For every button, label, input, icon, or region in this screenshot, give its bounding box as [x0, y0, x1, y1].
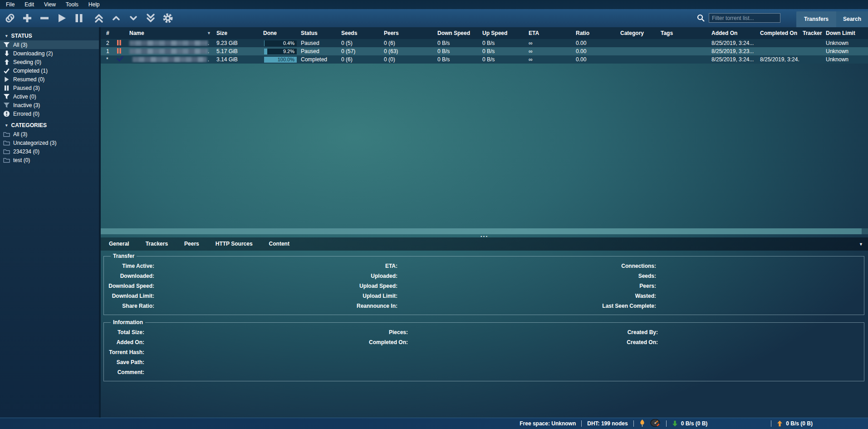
col-header-completed-on[interactable]: Completed On — [757, 30, 799, 36]
filter-torrent-input[interactable] — [709, 13, 780, 23]
upload-limit-label: Upload Limit: — [352, 293, 397, 299]
sidebar-item-label: Resumed (0) — [13, 76, 44, 83]
information-section-title: Information — [111, 319, 145, 325]
menu-help[interactable]: Help — [83, 0, 105, 9]
cell-seeds: 0 (6) — [338, 56, 381, 63]
cell-size: 3.14 GiB — [213, 56, 260, 63]
col-header-tags[interactable]: Tags — [657, 30, 708, 36]
sidebar-item-completed[interactable]: Completed (1) — [0, 66, 99, 75]
upload-speed-label: Upload Speed: — [352, 283, 397, 289]
pieces-label: Pieces: — [352, 329, 408, 335]
sort-desc-icon: ▼ — [207, 31, 211, 35]
col-header-done[interactable]: Done — [260, 30, 298, 36]
cell-eta: ∞ — [525, 48, 573, 54]
torrent-table-header: # Name ▼ Size Done Status Seeds Peers Do… — [101, 27, 868, 39]
tab-transfers[interactable]: Transfers — [796, 11, 836, 27]
cell-down-limit: Unknown — [823, 56, 868, 63]
tab-http-sources[interactable]: HTTP Sources — [207, 237, 261, 251]
col-header-eta[interactable]: ETA — [525, 30, 573, 36]
category-item-234234[interactable]: 234234 (0) — [0, 147, 99, 156]
col-header-status[interactable]: Status — [298, 30, 338, 36]
col-header-name[interactable]: Name ▼ — [126, 30, 213, 36]
cell-seeds: 0 (5) — [338, 40, 381, 46]
statusbar-separator — [771, 420, 771, 427]
sidebar-item-paused[interactable]: Paused (3) — [0, 84, 99, 92]
connections-label: Connections: — [593, 263, 656, 269]
sidebar-item-active[interactable]: Active (0) — [0, 92, 99, 101]
categories-section-header[interactable]: ▾ CATEGORIES — [0, 121, 99, 130]
col-header-ratio[interactable]: Ratio — [573, 30, 617, 36]
tab-search[interactable]: Search — [836, 11, 868, 27]
detail-tab-bar: General Trackers Peers HTTP Sources Cont… — [101, 237, 868, 251]
col-header-peers[interactable]: Peers — [381, 30, 434, 36]
category-item-label: All (3) — [13, 131, 27, 138]
move-top-icon[interactable] — [93, 12, 105, 24]
table-row[interactable]: 1 . 5.17 GiB 9.2% Paused 0 (57) 0 ( — [101, 47, 868, 55]
col-header-num[interactable]: # — [103, 30, 115, 36]
col-header-added-on[interactable]: Added On — [708, 30, 757, 36]
cell-size: 9.23 GiB — [213, 40, 260, 46]
upload-speed-label: 0 B/s (0 B) — [786, 420, 813, 427]
cell-name: . — [126, 56, 213, 63]
menu-tools[interactable]: Tools — [61, 0, 83, 9]
panel-splitter-handle[interactable]: ... — [101, 234, 868, 237]
menu-view[interactable]: View — [39, 0, 61, 9]
tab-general[interactable]: General — [101, 237, 137, 251]
table-row[interactable]: 2 . 9.23 GiB 0.4% Paused 0 (5) 0 (6 — [101, 39, 868, 47]
sidebar-item-resumed[interactable]: Resumed (0) — [0, 75, 99, 84]
sidebar-item-all[interactable]: All (3) — [0, 40, 99, 49]
col-header-down-speed[interactable]: Down Speed — [434, 30, 479, 36]
alt-speed-limits-icon[interactable] — [650, 419, 661, 428]
paused-state-icon — [115, 48, 126, 55]
status-section-header[interactable]: ▾ STATUS — [0, 31, 99, 40]
options-gear-icon[interactable] — [162, 12, 174, 24]
move-bottom-icon[interactable] — [145, 12, 157, 24]
move-down-icon[interactable] — [128, 12, 139, 24]
add-torrent-icon[interactable] — [21, 12, 33, 24]
col-header-size[interactable]: Size — [213, 30, 260, 36]
tab-content[interactable]: Content — [261, 237, 298, 251]
chevron-down-icon: ▾ — [5, 34, 8, 38]
chevron-down-icon: ▾ — [5, 123, 8, 128]
menu-edit[interactable]: Edit — [20, 0, 39, 9]
table-row[interactable]: * . 3.14 GiB 100.0% Completed 0 (6) — [101, 55, 868, 64]
horizontal-scrollbar[interactable] — [101, 228, 868, 234]
delete-torrent-icon[interactable] — [39, 12, 50, 24]
sidebar-item-errored[interactable]: Errored (0) — [0, 109, 99, 118]
pause-icon[interactable] — [73, 12, 85, 24]
sidebar-item-downloading[interactable]: Downloading (2) — [0, 49, 99, 58]
sidebar-item-inactive[interactable]: Inactive (3) — [0, 101, 99, 109]
col-header-down-limit[interactable]: Down Limit — [823, 30, 868, 36]
col-header-seeds[interactable]: Seeds — [338, 30, 381, 36]
general-detail-panel: Transfer Time Active: ETA: Connections: … — [101, 251, 868, 418]
col-header-up-speed[interactable]: Up Speed — [479, 30, 525, 36]
category-item-test[interactable]: test (0) — [0, 156, 99, 164]
cell-done: 100.0% — [260, 57, 298, 63]
tab-trackers[interactable]: Trackers — [137, 237, 176, 251]
category-item-all[interactable]: All (3) — [0, 130, 99, 138]
cell-size: 5.17 GiB — [213, 48, 260, 54]
sidebar-item-seeding[interactable]: Seeding (0) — [0, 58, 99, 66]
sidebar-item-label: Errored (0) — [13, 111, 39, 117]
download-speed-label: Download Speed: — [108, 283, 154, 289]
cell-up-speed: 0 B/s — [479, 56, 525, 63]
move-up-icon[interactable] — [110, 12, 122, 24]
resume-icon[interactable] — [56, 12, 68, 24]
torrent-link-icon[interactable] — [4, 12, 16, 24]
collapse-panel-chevron-icon[interactable]: ▼ — [859, 242, 863, 247]
cell-peers: 0 (0) — [381, 56, 434, 63]
pause-icon — [3, 84, 10, 92]
seeds-label: Seeds: — [593, 273, 656, 279]
global-download-speed[interactable]: 0 B/s (0 B) — [672, 420, 708, 427]
connection-status-icon[interactable] — [639, 419, 645, 428]
tab-peers[interactable]: Peers — [176, 237, 207, 251]
global-upload-speed[interactable]: 0 B/s (0 B) — [777, 420, 813, 427]
col-header-tracker[interactable]: Tracker — [799, 30, 823, 36]
category-item-uncategorized[interactable]: Uncategorized (3) — [0, 138, 99, 147]
menu-file[interactable]: File — [1, 0, 20, 9]
cell-up-speed: 0 B/s — [479, 48, 525, 54]
cell-num: 2 — [103, 40, 115, 46]
col-header-category[interactable]: Category — [617, 30, 657, 36]
statusbar-separator — [633, 420, 634, 427]
cell-status: Paused — [298, 40, 338, 46]
